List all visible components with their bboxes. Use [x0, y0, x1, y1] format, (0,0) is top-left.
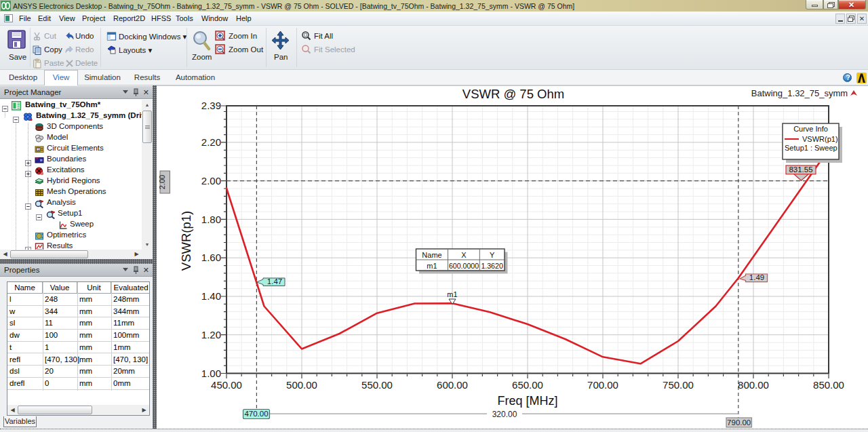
svg-text:1.49: 1.49 — [749, 273, 764, 281]
svg-text:1.00: 1.00 — [201, 368, 221, 379]
svg-text:500.00: 500.00 — [286, 379, 317, 391]
svg-text:450.00: 450.00 — [211, 379, 242, 391]
svg-text:m1: m1 — [427, 262, 437, 270]
svg-text:1.60: 1.60 — [201, 252, 221, 263]
svg-text:831.55: 831.55 — [789, 165, 812, 174]
svg-text:1: 1 — [37, 147, 39, 151]
svg-text:2.00: 2.00 — [201, 175, 221, 186]
svg-text:650.00: 650.00 — [512, 379, 543, 391]
svg-text:1.80: 1.80 — [201, 214, 221, 225]
svg-text:800.00: 800.00 — [738, 379, 769, 391]
svg-text:1.20: 1.20 — [201, 329, 221, 340]
svg-text:320.00: 320.00 — [492, 410, 517, 419]
svg-text:550.00: 550.00 — [361, 379, 393, 391]
svg-text:X: X — [461, 251, 467, 259]
svg-text:850.00: 850.00 — [813, 379, 844, 391]
svg-text:m1: m1 — [447, 290, 457, 298]
svg-text:1.3620: 1.3620 — [481, 262, 503, 270]
svg-text:Setup1 : Sweep: Setup1 : Sweep — [785, 144, 837, 152]
svg-text:2.20: 2.20 — [201, 136, 221, 148]
svg-text:Freq [MHz]: Freq [MHz] — [497, 394, 557, 408]
svg-text:2.00: 2.00 — [158, 175, 166, 189]
svg-text:VSWR @ 75 Ohm: VSWR @ 75 Ohm — [462, 87, 564, 101]
svg-text:Y: Y — [490, 251, 495, 259]
svg-text:Batwing_1.32_75_symm: Batwing_1.32_75_symm — [751, 88, 848, 98]
svg-text:Curve Info: Curve Info — [793, 125, 828, 133]
svg-text:600.00: 600.00 — [437, 379, 468, 391]
svg-text:600.0000: 600.0000 — [449, 262, 479, 270]
svg-text:VSWR(p1): VSWR(p1) — [802, 135, 838, 143]
svg-text:1.40: 1.40 — [201, 290, 221, 302]
svg-text:790.00: 790.00 — [727, 418, 751, 427]
svg-text:Name: Name — [422, 251, 441, 259]
svg-text:VSWR(p1): VSWR(p1) — [179, 211, 193, 271]
svg-text:1.47: 1.47 — [267, 277, 282, 286]
svg-text:470.00: 470.00 — [244, 410, 268, 418]
svg-text:700.00: 700.00 — [587, 379, 618, 391]
svg-text:750.00: 750.00 — [663, 379, 694, 391]
svg-text:2.39: 2.39 — [201, 100, 221, 111]
